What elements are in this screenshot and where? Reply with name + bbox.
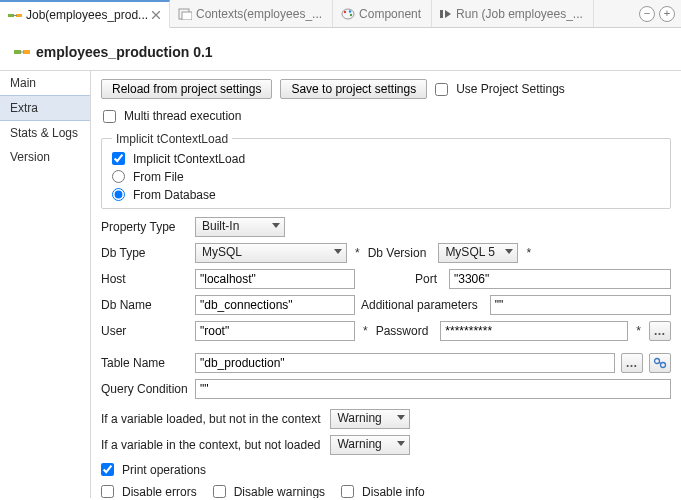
sidenav-item-stats-logs[interactable]: Stats & Logs [0, 121, 90, 145]
implicit-tcontextload-group: Implicit tContextLoad Implicit tContextL… [101, 132, 671, 209]
svg-rect-11 [440, 10, 443, 18]
label-db-name: Db Name [101, 298, 189, 312]
required-marker: * [361, 324, 370, 338]
sidenav-item-extra[interactable]: Extra [0, 95, 90, 121]
svg-point-8 [344, 10, 346, 12]
contexts-icon [178, 8, 192, 20]
ellipsis-icon: … [626, 356, 639, 370]
db-version-select[interactable]: MySQL 5 [438, 243, 518, 263]
ellipsis-icon: … [654, 324, 667, 338]
multi-thread-checkbox[interactable]: Multi thread execution [103, 109, 241, 123]
tab-run[interactable]: Run (Job employees_... [432, 0, 594, 27]
required-marker: * [524, 246, 533, 260]
svg-rect-2 [13, 15, 17, 16]
tab-label: Component [359, 7, 421, 21]
reload-button[interactable]: Reload from project settings [101, 79, 272, 99]
label-property-type: Property Type [101, 220, 189, 234]
sidenav-item-main[interactable]: Main [0, 71, 90, 95]
disable-warnings-checkbox[interactable]: Disable warnings [213, 485, 325, 499]
disable-errors-checkbox[interactable]: Disable errors [101, 485, 197, 499]
schema-icon [653, 357, 667, 369]
query-condition-input[interactable] [195, 379, 671, 399]
label-port: Port [415, 272, 443, 286]
svg-point-7 [342, 9, 354, 19]
label-db-type: Db Type [101, 246, 189, 260]
chevron-down-icon [272, 222, 280, 230]
table-browse-button[interactable]: … [621, 353, 643, 373]
port-input[interactable] [449, 269, 671, 289]
content-panel: Reload from project settings Save to pro… [90, 70, 681, 498]
label-password: Password [376, 324, 435, 338]
disable-info-checkbox[interactable]: Disable info [341, 485, 425, 499]
sidenav-item-version[interactable]: Version [0, 145, 90, 169]
svg-rect-15 [20, 52, 24, 53]
svg-point-20 [661, 362, 666, 367]
host-input[interactable] [195, 269, 355, 289]
tab-label: Contexts(employees_... [196, 7, 322, 21]
chevron-down-icon [397, 440, 405, 448]
fieldset-legend: Implicit tContextLoad [112, 132, 232, 146]
minimize-view-button[interactable]: − [639, 6, 655, 22]
from-file-radio[interactable]: From File [112, 170, 660, 184]
db-name-input[interactable] [195, 295, 355, 315]
palette-icon [341, 8, 355, 20]
page-title: employees_production 0.1 [36, 44, 213, 60]
db-type-select[interactable]: MySQL [195, 243, 347, 263]
svg-line-21 [659, 362, 661, 364]
save-button[interactable]: Save to project settings [280, 79, 427, 99]
print-operations-checkbox[interactable]: Print operations [101, 463, 671, 477]
label-table-name: Table Name [101, 356, 189, 370]
svg-marker-23 [397, 441, 405, 446]
additional-params-input[interactable] [490, 295, 671, 315]
close-icon[interactable] [152, 11, 160, 19]
var-loaded-not-context-select[interactable]: Warning [330, 409, 410, 429]
svg-marker-12 [445, 10, 451, 18]
tab-component[interactable]: Component [333, 0, 432, 27]
implicit-tcontextload-checkbox[interactable]: Implicit tContextLoad [112, 152, 660, 166]
use-project-settings-checkbox[interactable]: Use Project Settings [435, 82, 565, 96]
svg-point-10 [350, 13, 352, 15]
tab-contexts[interactable]: Contexts(employees_... [170, 0, 333, 27]
required-marker: * [353, 246, 362, 260]
svg-point-19 [655, 358, 660, 363]
table-name-input[interactable] [195, 353, 615, 373]
label-host: Host [101, 272, 189, 286]
label-user: User [101, 324, 189, 338]
page-title-bar: employees_production 0.1 [0, 28, 681, 70]
required-marker: * [634, 324, 643, 338]
password-more-button[interactable]: … [649, 321, 671, 341]
svg-marker-22 [397, 415, 405, 420]
svg-point-9 [349, 10, 351, 12]
editor-tabstrip: Job(employees_prod... Contexts(employees… [0, 0, 681, 28]
var-context-not-loaded-select[interactable]: Warning [330, 435, 410, 455]
password-input[interactable] [440, 321, 628, 341]
property-type-select[interactable]: Built-In [195, 217, 285, 237]
label-query-condition: Query Condition [101, 382, 189, 396]
play-icon [440, 8, 452, 20]
svg-rect-13 [14, 50, 21, 54]
job-icon [14, 45, 30, 59]
label-additional-params: Additional parameters [361, 298, 484, 312]
chevron-down-icon [334, 248, 342, 256]
chevron-down-icon [397, 414, 405, 422]
table-schema-button[interactable] [649, 353, 671, 373]
maximize-view-button[interactable]: + [659, 6, 675, 22]
user-input[interactable] [195, 321, 355, 341]
tab-label: Run (Job employees_... [456, 7, 583, 21]
label-db-version: Db Version [368, 246, 433, 260]
job-icon [8, 9, 22, 21]
from-database-radio[interactable]: From Database [112, 188, 660, 202]
chevron-down-icon [505, 248, 513, 256]
label-var-loaded-not-context: If a variable loaded, but not in the con… [101, 412, 320, 426]
svg-marker-16 [272, 223, 280, 228]
svg-marker-17 [334, 249, 342, 254]
svg-marker-18 [505, 249, 513, 254]
tab-job[interactable]: Job(employees_prod... [0, 0, 170, 28]
svg-rect-14 [23, 50, 30, 54]
tab-label: Job(employees_prod... [26, 8, 148, 22]
svg-rect-6 [182, 12, 192, 20]
label-var-context-not-loaded: If a variable in the context, but not lo… [101, 438, 320, 452]
side-nav: Main Extra Stats & Logs Version [0, 70, 90, 498]
